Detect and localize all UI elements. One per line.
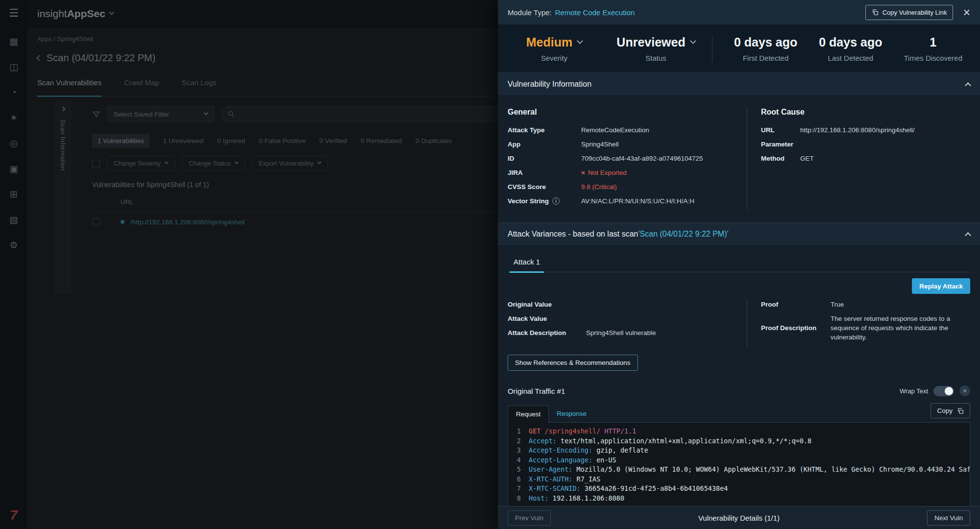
code-line: 6X-RTC-AUTH: R7_IAS xyxy=(508,475,970,484)
jira-value: Not Exported xyxy=(588,169,627,176)
proof-description-label: Proof Description xyxy=(761,314,831,342)
info-icon[interactable]: i xyxy=(552,197,560,205)
module-type-value[interactable]: Remote Code Execution xyxy=(555,8,635,17)
attack-type-value: RemoteCodeExecution xyxy=(581,125,649,135)
id-label: ID xyxy=(508,154,581,163)
last-detected-block: 0 days ago Last Detected xyxy=(819,35,882,62)
copy-icon xyxy=(957,408,964,414)
show-references-button[interactable]: Show References & Recommendations xyxy=(508,355,638,371)
attack-description-value: Spring4Shell vulnerable xyxy=(586,328,656,337)
collapse-icon[interactable] xyxy=(965,232,971,239)
vulnerability-information-content: General Attack TypeRemoteCodeExecution A… xyxy=(498,96,980,222)
first-detected-label: First Detected xyxy=(743,54,788,62)
proof-label: Proof xyxy=(761,300,831,309)
toggle-knob xyxy=(945,387,953,395)
method-label: Method xyxy=(761,154,800,163)
wrap-text-label: Wrap Text xyxy=(900,387,928,395)
footer-title: Vulnerability Details (1/1) xyxy=(498,514,980,522)
original-value-label: Original Value xyxy=(508,300,586,309)
vulnerability-information-title: Vulnerability Information xyxy=(508,80,591,89)
last-detected-label: Last Detected xyxy=(828,54,874,62)
app-label: App xyxy=(508,140,581,149)
wrap-text-toggle[interactable] xyxy=(933,386,954,396)
vulnerability-detail-panel: Module Type: Remote Code Execution Copy … xyxy=(498,0,980,529)
first-detected-value: 0 days ago xyxy=(734,35,797,49)
severity-block: Medium Severity xyxy=(508,35,601,62)
proof-description-value: The server returned response codes to a … xyxy=(831,314,970,342)
tab-attack-1[interactable]: Attack 1 xyxy=(510,254,544,273)
collapse-icon[interactable] xyxy=(965,82,971,89)
general-column: General Attack TypeRemoteCodeExecution A… xyxy=(508,107,747,211)
copy-traffic-button[interactable]: Copy xyxy=(931,403,970,418)
proof-value: True xyxy=(831,300,844,309)
severity-dropdown[interactable]: Medium xyxy=(526,35,582,49)
attack-detail-columns: Original Value Attack Value Attack Descr… xyxy=(508,300,970,347)
severity-value: Medium xyxy=(526,35,572,49)
code-line: 7X-RTC-SCANID: 36654a26-91cd-4f25-a8b4-6… xyxy=(508,484,970,494)
attack-variances-section-header[interactable]: Attack Variances - based on last scan 'S… xyxy=(498,222,980,246)
wrap-text-control: Wrap Text × xyxy=(900,385,970,396)
copy-vulnerability-link-label: Copy Vulnerability Link xyxy=(882,9,947,16)
vulnerability-information-section-header[interactable]: Vulnerability Information xyxy=(498,72,980,96)
vector-string-label: Vector Stringi xyxy=(508,196,581,206)
status-block: Unreviewed Status xyxy=(601,35,711,62)
attack-value-label: Attack Value xyxy=(508,314,586,323)
id-value: 709cc04b-caf4-43af-a892-a07496104725 xyxy=(581,154,703,163)
code-line: 1GET /spring4shell/ HTTP/1.1 xyxy=(508,427,970,436)
wrap-off-icon[interactable]: × xyxy=(959,385,970,396)
not-exported-x-icon: × xyxy=(581,169,585,176)
summary-strip: Medium Severity Unreviewed Status 0 days… xyxy=(498,25,980,72)
copy-icon xyxy=(872,9,879,16)
general-heading: General xyxy=(508,108,732,117)
copy-vulnerability-link-button[interactable]: Copy Vulnerability Link xyxy=(865,5,954,20)
attack-values-column: Original Value Attack Value Attack Descr… xyxy=(508,300,747,347)
attack-description-label: Attack Description xyxy=(508,328,586,337)
vector-string-value[interactable]: AV:N/AC:L/PR:N/UI:N/S:U/C:H/I:H/A:H xyxy=(581,196,694,206)
code-line: 3Accept-Encoding: gzip, deflate xyxy=(508,446,970,456)
method-value: GET xyxy=(800,154,814,163)
tab-request[interactable]: Request xyxy=(508,406,549,423)
status-label: Status xyxy=(645,54,666,62)
app-link[interactable]: Spring4Shell xyxy=(581,140,619,149)
replay-attack-button[interactable]: Replay Attack xyxy=(912,278,970,294)
severity-label: Severity xyxy=(541,54,567,62)
panel-body: Vulnerability Information General Attack… xyxy=(498,72,980,506)
summary-divider xyxy=(712,36,712,62)
url-value[interactable]: http://192.168.1.206:8080/spring4shell/ xyxy=(800,125,914,135)
vector-string-text: Vector String xyxy=(508,196,549,206)
close-icon[interactable]: × xyxy=(963,6,970,19)
status-dropdown[interactable]: Unreviewed xyxy=(616,35,695,49)
screen: ☰ ▦ ◫ ◔ ✶ ◎ ▣ ⊞ ▧ ⚙ 7 insightAppSec Apps… xyxy=(0,0,980,529)
root-cause-column: Root Cause URLhttp://192.168.1.206:8080/… xyxy=(747,107,970,211)
first-detected-block: 0 days ago First Detected xyxy=(734,35,797,62)
attack-tab-bar: Attack 1 xyxy=(508,254,970,272)
times-discovered-block: 1 Times Discovered xyxy=(904,35,962,62)
attack-variances-scan-link[interactable]: 'Scan (04/01/22 9:22 PM)' xyxy=(638,230,729,239)
attack-variances-title: Attack Variances - based on last scan xyxy=(508,230,638,239)
original-traffic-title: Original Traffic #1 xyxy=(508,387,565,395)
parameter-label: Parameter xyxy=(761,140,800,149)
chevron-down-icon xyxy=(577,38,583,44)
url-label: URL xyxy=(761,125,800,135)
summary-dates: 0 days ago First Detected 0 days ago Las… xyxy=(713,35,975,62)
prev-vuln-button[interactable]: Prev Vuln xyxy=(508,510,551,526)
status-value: Unreviewed xyxy=(616,35,685,49)
module-type-label: Module Type: xyxy=(508,8,552,17)
attack-variances-content: Attack 1 Replay Attack Original Value At… xyxy=(498,246,980,506)
cvss-score-label: CVSS Score xyxy=(508,182,581,192)
times-discovered-value: 1 xyxy=(930,35,936,49)
panel-footer: Vulnerability Details (1/1) Prev Vuln Ne… xyxy=(498,506,980,529)
proof-column: ProofTrue Proof DescriptionThe server re… xyxy=(747,300,970,347)
copy-traffic-label: Copy xyxy=(937,407,953,414)
code-line: 2Accept: text/html,application/xhtml+xml… xyxy=(508,436,970,446)
traffic-tab-bar: Request Response Copy xyxy=(508,403,970,422)
request-code-block[interactable]: 1GET /spring4shell/ HTTP/1.1 2Accept: te… xyxy=(508,422,970,506)
times-discovered-label: Times Discovered xyxy=(904,54,962,62)
traffic-header-row: Original Traffic #1 Wrap Text × xyxy=(508,385,970,396)
next-vuln-button[interactable]: Next Vuln xyxy=(927,510,970,526)
tab-response[interactable]: Response xyxy=(549,406,594,422)
jira-label: JIRA xyxy=(508,168,581,177)
last-detected-value: 0 days ago xyxy=(819,35,882,49)
panel-header: Module Type: Remote Code Execution Copy … xyxy=(498,0,980,25)
code-line: 5User-Agent: Mozilla/5.0 (Windows NT 10.… xyxy=(508,465,970,475)
